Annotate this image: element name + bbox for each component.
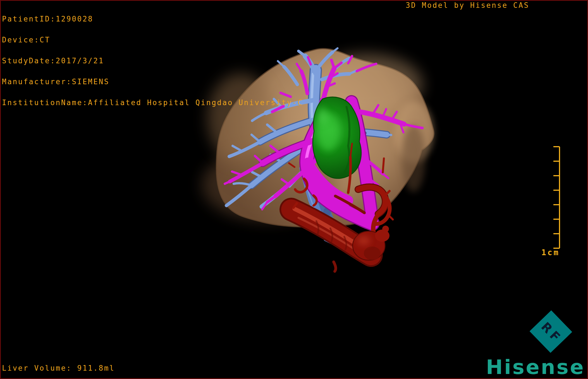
scale-label: 1cm xyxy=(541,248,560,257)
scale-bar-ticks xyxy=(553,147,560,248)
study-date-text: StudyDate:2017/3/21 xyxy=(2,57,303,64)
rf-badge-text: RF xyxy=(537,317,565,346)
patient-id-text: PatientID:1290028 xyxy=(2,16,303,23)
device-text: Device:CT xyxy=(2,37,303,44)
3d-viewer-canvas[interactable]: PatientID:1290028 Device:CT StudyDate:20… xyxy=(0,0,588,379)
patient-info-overlay: PatientID:1290028 Device:CT StudyDate:20… xyxy=(2,2,303,120)
institution-text: InstitutionName:Affiliated Hospital Qing… xyxy=(2,99,303,106)
liver-volume-text: Liver Volume: 911.8ml xyxy=(2,365,115,372)
scale-bar xyxy=(540,142,565,262)
manufacturer-text: Manufacturer:SIEMENS xyxy=(2,78,303,85)
hisense-logo: Hisense xyxy=(486,357,585,377)
model-title-text: 3D Model by Hisense CAS xyxy=(406,2,529,9)
